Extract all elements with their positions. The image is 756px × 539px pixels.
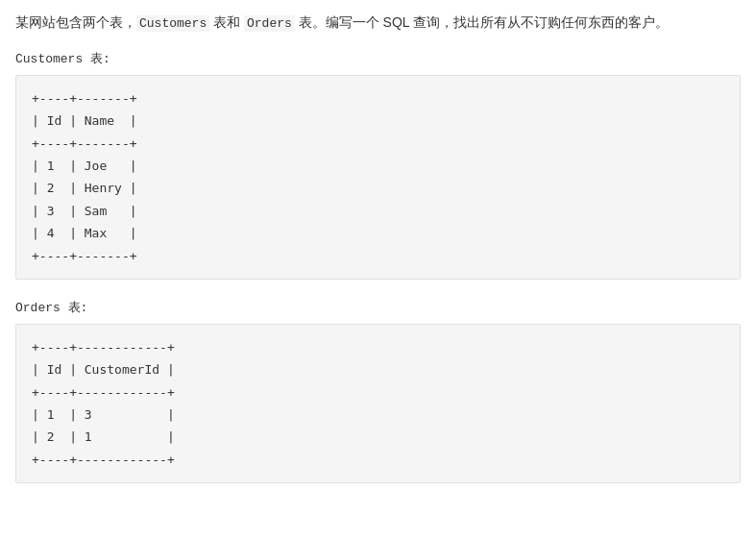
customers-section: Customers 表: +----+-------+ | Id | Name …: [15, 50, 741, 280]
customers-label: Customers 表:: [15, 50, 741, 67]
intro-paragraph: 某网站包含两个表，Customers 表和 Orders 表。编写一个 SQL …: [15, 12, 741, 35]
customers-table-display: +----+-------+ | Id | Name | +----+-----…: [15, 75, 741, 280]
customers-table-text: +----+-------+ | Id | Name | +----+-----…: [32, 87, 724, 267]
orders-label: Orders 表:: [15, 299, 741, 316]
orders-code-inline: Orders: [244, 15, 295, 32]
orders-table-text: +----+------------+ | Id | CustomerId | …: [32, 336, 724, 471]
intro-text-prefix: 某网站包含两个表，: [15, 14, 136, 30]
intro-text-middle1: 表和: [209, 14, 244, 30]
intro-text-middle2: 表。编写一个 SQL 查询，找出所有从不订购任何东西的客户。: [295, 14, 669, 30]
orders-section: Orders 表: +----+------------+ | Id | Cus…: [15, 299, 741, 483]
customers-code-inline: Customers: [136, 15, 209, 32]
orders-table-display: +----+------------+ | Id | CustomerId | …: [15, 324, 741, 483]
